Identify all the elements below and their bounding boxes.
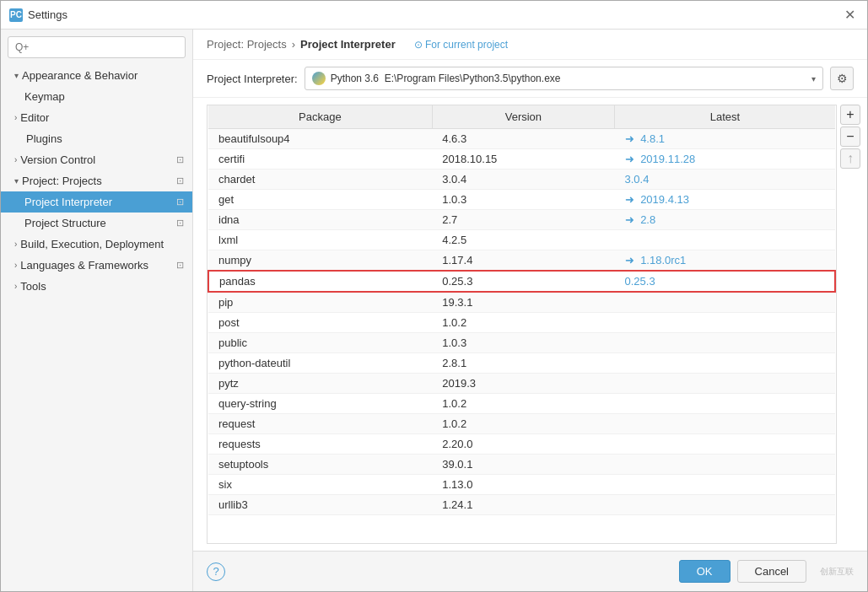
- sidebar-item-editor[interactable]: ›Editor: [1, 107, 192, 128]
- sidebar-item-keymap[interactable]: Keymap: [1, 86, 192, 107]
- expand-arrow-icon: ›: [14, 155, 17, 164]
- package-name-cell: six: [208, 475, 432, 495]
- side-buttons: + − ↑: [837, 98, 867, 551]
- table-row[interactable]: pytz2019.3: [208, 374, 835, 394]
- package-version-cell: 1.0.3: [432, 190, 614, 210]
- table-row[interactable]: requests2.20.0: [208, 434, 835, 455]
- sidebar-item-tools[interactable]: ›Tools: [1, 276, 192, 297]
- sidebar-item-plugins[interactable]: Plugins: [1, 128, 192, 149]
- package-name-cell: pytz: [208, 374, 432, 394]
- package-latest-cell: ➜ 1.18.0rc1: [615, 250, 835, 272]
- table-row[interactable]: six1.13.0: [208, 475, 835, 495]
- remove-package-button[interactable]: −: [840, 126, 860, 147]
- package-name-cell: post: [208, 313, 432, 333]
- package-version-cell: 1.24.1: [432, 495, 614, 515]
- sidebar-settings-icon: ⊡: [176, 218, 184, 229]
- sidebar-item-label: Appearance & Behavior: [22, 69, 137, 82]
- package-name-cell: pip: [208, 292, 432, 313]
- sidebar-item-project-interpreter[interactable]: Project Interpreter⊡: [1, 191, 192, 213]
- table-row[interactable]: pip19.3.1: [208, 292, 835, 313]
- package-name-cell: beautifulsoup4: [208, 129, 432, 149]
- bottom-bar: ? OK Cancel 创新互联: [193, 551, 867, 591]
- package-name-cell: setuptools: [208, 455, 432, 475]
- sidebar-settings-icon: ⊡: [176, 175, 184, 186]
- table-row[interactable]: python-dateutil2.8.1: [208, 353, 835, 374]
- update-arrow-icon: ➜: [625, 193, 638, 206]
- package-latest-cell: [615, 414, 835, 434]
- package-area: Package Version Latest beautifulsoup44.6…: [193, 98, 867, 551]
- table-row[interactable]: get1.0.3➜ 2019.4.13: [208, 190, 835, 210]
- sidebar-item-label: Build, Execution, Deployment: [20, 238, 164, 250]
- sidebar-item-build-execution[interactable]: ›Build, Execution, Deployment: [1, 234, 192, 255]
- table-row[interactable]: beautifulsoup44.6.3➜ 4.8.1: [208, 129, 835, 149]
- update-arrow-icon: ➜: [625, 132, 638, 145]
- sidebar-item-languages[interactable]: ›Languages & Frameworks⊡: [1, 255, 192, 276]
- package-name-cell: pandas: [208, 271, 432, 292]
- sidebar-item-appearance[interactable]: ▾Appearance & Behavior: [1, 65, 192, 86]
- package-latest-cell: ➜ 2.8: [615, 210, 835, 230]
- sidebar-item-label: Languages & Frameworks: [20, 259, 148, 272]
- package-latest-cell: [615, 374, 835, 394]
- help-button[interactable]: ?: [207, 562, 225, 581]
- package-version-cell: 0.25.3: [432, 271, 614, 292]
- table-row[interactable]: request1.0.2: [208, 414, 835, 434]
- package-name-cell: get: [208, 190, 432, 210]
- table-row[interactable]: post1.0.2: [208, 313, 835, 333]
- sidebar-item-project-structure[interactable]: Project Structure⊡: [1, 213, 192, 234]
- up-button[interactable]: ↑: [840, 148, 860, 169]
- package-latest-cell: 3.0.4: [615, 170, 835, 190]
- package-name-cell: lxml: [208, 230, 432, 250]
- package-latest-cell: 0.25.3: [615, 271, 835, 292]
- title-bar: PC Settings ✕: [1, 1, 867, 30]
- package-latest-cell: [615, 394, 835, 414]
- package-version-cell: 39.0.1: [432, 455, 614, 475]
- sidebar-settings-icon: ⊡: [176, 154, 184, 165]
- package-latest-cell: ➜ 2019.4.13: [615, 190, 835, 210]
- update-arrow-icon: ➜: [625, 254, 638, 266]
- breadcrumb-bar: Project: Projects › Project Interpreter …: [193, 30, 867, 60]
- package-latest-cell: [615, 495, 835, 515]
- table-row[interactable]: urllib31.24.1: [208, 495, 835, 515]
- package-table-container: Package Version Latest beautifulsoup44.6…: [207, 105, 837, 544]
- package-latest-cell: [615, 230, 835, 250]
- close-button[interactable]: ✕: [841, 7, 859, 23]
- col-package: Package: [208, 105, 432, 129]
- package-version-cell: 2.7: [432, 210, 614, 230]
- package-name-cell: urllib3: [208, 495, 432, 515]
- ok-button[interactable]: OK: [679, 560, 731, 583]
- package-version-cell: 1.0.2: [432, 394, 614, 414]
- package-name-cell: requests: [208, 434, 432, 455]
- gear-button[interactable]: ⚙: [830, 67, 854, 90]
- table-row[interactable]: numpy1.17.4➜ 1.18.0rc1: [208, 250, 835, 272]
- table-row[interactable]: lxml4.2.5: [208, 230, 835, 250]
- col-version: Version: [432, 105, 614, 129]
- package-version-cell: 2019.3: [432, 374, 614, 394]
- table-row[interactable]: certifi2018.10.15➜ 2019.11.28: [208, 149, 835, 170]
- for-current-project-link[interactable]: ⊙ For current project: [414, 39, 508, 51]
- package-table: Package Version Latest beautifulsoup44.6…: [208, 105, 836, 515]
- table-row[interactable]: setuptools39.0.1: [208, 455, 835, 475]
- interpreter-label: Project Interpreter:: [207, 73, 298, 85]
- table-row[interactable]: pandas0.25.30.25.3: [208, 271, 835, 292]
- add-package-button[interactable]: +: [840, 105, 860, 125]
- table-row[interactable]: query-string1.0.2: [208, 394, 835, 414]
- search-box[interactable]: [8, 36, 186, 58]
- package-version-cell: 1.0.2: [432, 313, 614, 333]
- package-name-cell: public: [208, 333, 432, 353]
- interpreter-select[interactable]: Python 3.6 E:\Program Files\Python3.5\py…: [305, 67, 823, 90]
- sidebar-settings-icon: ⊡: [176, 196, 184, 207]
- sidebar-item-project-projects[interactable]: ▾Project: Projects⊡: [1, 170, 192, 191]
- sidebar-item-version-control[interactable]: ›Version Control⊡: [1, 149, 192, 170]
- package-name-cell: python-dateutil: [208, 353, 432, 374]
- package-latest-cell: ➜ 2019.11.28: [615, 149, 835, 170]
- table-row[interactable]: idna2.7➜ 2.8: [208, 210, 835, 230]
- sidebar-items-container: ▾Appearance & BehaviorKeymap›EditorPlugi…: [1, 65, 192, 297]
- breadcrumb-project: Project: Projects: [207, 38, 287, 51]
- table-row[interactable]: chardet3.0.43.0.4: [208, 170, 835, 190]
- expand-arrow-icon: ▾: [14, 71, 19, 80]
- interpreter-value: Python 3.6 E:\Program Files\Python3.5\py…: [331, 73, 811, 84]
- package-version-cell: 1.0.3: [432, 333, 614, 353]
- table-row[interactable]: public1.0.3: [208, 333, 835, 353]
- cancel-button[interactable]: Cancel: [737, 560, 806, 583]
- search-input[interactable]: [15, 41, 178, 53]
